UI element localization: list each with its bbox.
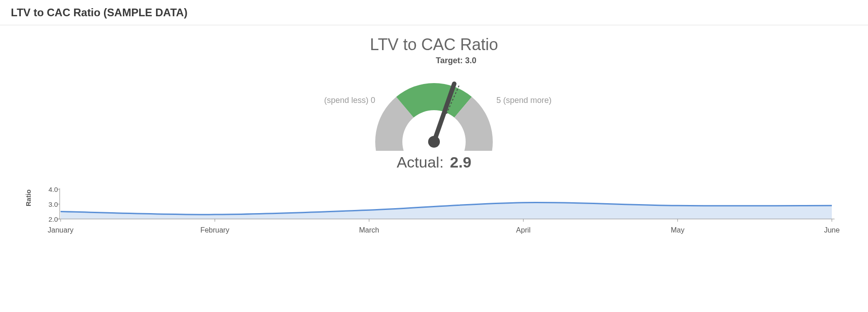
gauge-actual-value: 2.9 [450, 154, 471, 171]
trend-x-tick: April [516, 226, 531, 234]
gauge-max-label: 5 (spend more) [496, 96, 552, 105]
trend-x-tick: February [200, 226, 229, 234]
trend-y-tick: 3.0 [48, 200, 58, 208]
gauge-min-label: (spend less) 0 [324, 96, 375, 105]
trend-y-tick: 2.0 [48, 215, 58, 223]
trend-x-labels: JanuaryFebruaryMarchAprilMayJune [61, 225, 836, 236]
trend-y-labels: 4.03.02.0 [44, 186, 58, 219]
main-content: LTV to CAC Ratio Target: 3.0 (spend less… [0, 25, 868, 236]
trend-x-tick: June [824, 226, 840, 234]
page-title: LTV to CAC Ratio (SAMPLE DATA) [11, 6, 188, 19]
trend-x-tick: May [671, 226, 684, 234]
page-header: LTV to CAC Ratio (SAMPLE DATA) [0, 0, 868, 25]
trend-y-tick: 4.0 [48, 186, 58, 193]
svg-point-2 [428, 136, 440, 148]
trend-chart: Ratio 4.03.02.0 JanuaryFebruaryMarchApri… [32, 186, 836, 236]
trend-svg [32, 186, 836, 225]
gauge-actual-label: Actual: [396, 154, 443, 171]
gauge-chart: Target: 3.0 (spend less) 0 5 (spend more… [316, 56, 552, 151]
trend-x-tick: March [359, 226, 379, 234]
gauge-actual-row: Actual: 2.9 [396, 154, 471, 171]
trend-y-axis-title: Ratio [24, 190, 32, 207]
trend-x-tick: January [48, 226, 74, 234]
gauge-title: LTV to CAC Ratio [370, 35, 498, 54]
gauge-target-label: Target: 3.0 [436, 56, 476, 65]
